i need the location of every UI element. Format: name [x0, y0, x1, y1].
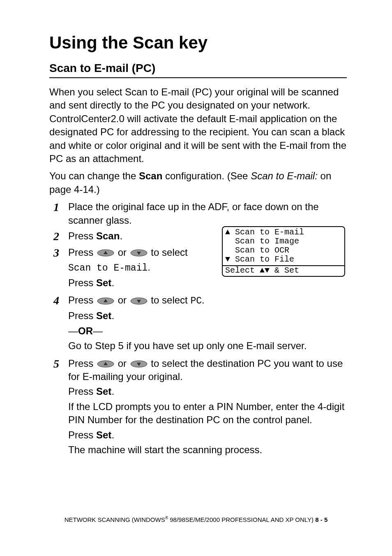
text: Press [68, 230, 96, 241]
up-arrow-icon: ▲ [260, 266, 265, 275]
scan-key: Scan [96, 230, 120, 241]
scan-bold: Scan [139, 170, 162, 181]
lcd-status-row: Select ▲▼ & Set [223, 265, 344, 276]
step-4: 4 Press or to select PC. Press Set. —OR—… [49, 294, 347, 354]
text: Press [68, 294, 96, 306]
set-key: Set [96, 429, 111, 440]
set-key: Set [96, 386, 111, 397]
footer-text: NETWORK SCANNING (WINDOWS [65, 516, 165, 523]
text: . [111, 386, 114, 397]
or-separator: —OR— [68, 324, 347, 338]
lcd-text: & Set [270, 266, 299, 275]
step-number: 4 [49, 294, 68, 308]
text: You can change the [49, 170, 139, 181]
up-key-icon [97, 249, 114, 257]
text: Press [68, 358, 96, 369]
lcd-row: Scan to Image [225, 237, 342, 246]
down-key-icon [130, 360, 148, 368]
text: or [115, 247, 129, 258]
up-key-icon [97, 297, 114, 305]
down-arrow-icon: ▼ [225, 255, 230, 264]
up-arrow-icon: ▲ [225, 228, 230, 237]
lcd-text: Select [225, 266, 260, 275]
step-body: Place the original face up in the ADF, o… [68, 200, 347, 227]
step-number: 5 [49, 357, 68, 371]
text: . [202, 294, 205, 306]
step-5: 5 Press or to select the destination PC … [49, 357, 347, 459]
section-heading: Scan to E-mail (PC) [49, 62, 347, 78]
lcd-row: Scan to OCR [225, 246, 342, 255]
text: Press [68, 386, 96, 397]
pc-option: PC [190, 296, 202, 306]
step-body: Press or to select Scan to E-mail. Press… [68, 246, 241, 292]
text: to select [148, 294, 191, 306]
lcd-text: Scan to Image [235, 236, 299, 246]
step-number: 3 [49, 246, 68, 260]
registered-icon: ® [165, 516, 168, 520]
text: Press [68, 247, 96, 258]
lcd-row: ▲ Scan to E-mail [225, 228, 342, 237]
menu-option: Scan to E-mail [68, 263, 148, 273]
step-body: Press or to select the destination PC yo… [68, 357, 347, 459]
text: Go to Step 5 if you have set up only one… [68, 339, 347, 352]
lcd-display: ▲ Scan to E-mail Scan to Image Scan to O… [222, 226, 345, 277]
page-footer: NETWORK SCANNING (WINDOWS® 98/98SE/ME/20… [0, 516, 392, 523]
down-key-icon [130, 297, 148, 305]
set-key: Set [96, 310, 111, 321]
intro-paragraph-2: You can change the Scan configuration. (… [49, 169, 347, 196]
text: . [148, 262, 150, 273]
down-key-icon [130, 249, 148, 257]
set-key: Set [96, 277, 111, 288]
text: . [111, 277, 114, 288]
text: configuration. (See [162, 170, 251, 181]
text: Press [68, 310, 96, 321]
text: If the LCD prompts you to enter a PIN Nu… [68, 400, 347, 427]
text: . [111, 310, 114, 321]
up-key-icon [97, 360, 114, 368]
step-number: 2 [49, 229, 68, 243]
text: . [120, 230, 122, 241]
or-text: OR [78, 325, 93, 336]
intro-paragraph-1: When you select Scan to E-mail (PC) your… [49, 86, 347, 165]
lcd-text: Scan to OCR [235, 246, 289, 255]
page-title: Using the Scan key [49, 33, 347, 53]
step-body: Press or to select PC. Press Set. —OR— G… [68, 294, 347, 354]
text: . [111, 429, 114, 440]
dash: — [68, 325, 78, 336]
dash: — [93, 325, 103, 336]
down-arrow-icon: ▼ [265, 266, 270, 275]
lcd-text: Scan to File [235, 255, 294, 264]
text: The machine will start the scanning proc… [68, 443, 347, 456]
page-number: 8 - 5 [315, 516, 327, 523]
text: Press [68, 277, 96, 288]
see-link: Scan to E-mail: [251, 170, 318, 181]
text: Press [68, 429, 96, 440]
text: or [115, 294, 129, 306]
lcd-text: Scan to E-mail [235, 227, 304, 237]
step-1: 1 Place the original face up in the ADF,… [49, 200, 347, 227]
step-number: 1 [49, 200, 68, 214]
footer-text: 98/98SE/ME/2000 PROFESSIONAL AND XP ONLY… [168, 516, 315, 523]
lcd-row: ▼ Scan to File [225, 255, 342, 264]
text: or [115, 358, 129, 369]
text: to select [148, 247, 188, 258]
